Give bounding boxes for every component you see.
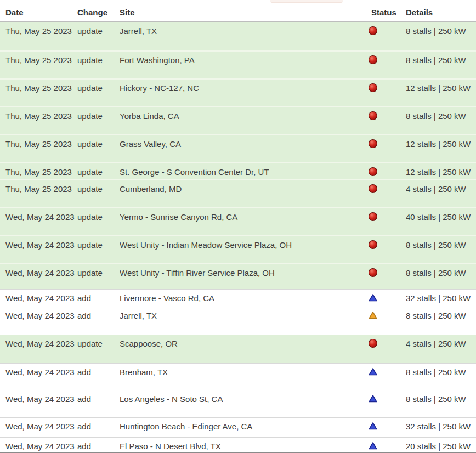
- row-change-type: add: [77, 422, 120, 431]
- status-blue-triangle-icon: [369, 394, 377, 403]
- row-site-name: West Unity - Indian Meadow Service Plaza…: [120, 240, 362, 250]
- changes-table-page: Date Change Site Status Details Thu, May…: [0, 0, 476, 453]
- row-details: 8 stalls | 250 kW: [406, 111, 476, 121]
- table-row[interactable]: Thu, May 25 2023 update Yorba Linda, CA …: [0, 106, 476, 134]
- row-date: Thu, May 25 2023: [5, 184, 77, 194]
- row-status: [369, 139, 377, 148]
- row-details: 12 stalls | 250 kW: [406, 83, 476, 93]
- row-status: [369, 311, 377, 320]
- table-row[interactable]: Wed, May 24 2023 add Jarrell, TX 8 stall…: [0, 307, 476, 335]
- table-row[interactable]: Thu, May 25 2023 update Grass Valley, CA…: [0, 134, 476, 162]
- row-date: Wed, May 24 2023: [5, 240, 77, 250]
- row-status: [369, 422, 377, 431]
- table-row[interactable]: Thu, May 25 2023 update Jarrell, TX 8 st…: [0, 22, 476, 50]
- row-site-name: Scappoose, OR: [120, 339, 362, 348]
- table-body: Thu, May 25 2023 update Jarrell, TX 8 st…: [0, 22, 476, 452]
- row-status: [369, 111, 377, 120]
- status-red-circle-icon: [369, 139, 377, 148]
- row-date: Wed, May 24 2023: [5, 422, 77, 431]
- row-date: Thu, May 25 2023: [5, 55, 77, 65]
- row-site-name: Yermo - Sunrise Canyon Rd, CA: [120, 212, 362, 222]
- row-site-name: St. George - S Convention Center Dr, UT: [120, 167, 362, 177]
- row-change-type: update: [77, 55, 120, 65]
- row-site-name: El Paso - N Desert Blvd, TX: [120, 441, 362, 451]
- status-red-circle-icon: [369, 26, 377, 35]
- row-change-type: update: [77, 212, 120, 222]
- row-change-type: add: [77, 367, 120, 377]
- row-site-name: Jarrell, TX: [120, 311, 362, 320]
- row-status: [369, 441, 377, 450]
- status-red-circle-icon: [369, 268, 377, 277]
- row-status: [369, 184, 377, 193]
- table-row[interactable]: Thu, May 25 2023 update St. George - S C…: [0, 162, 476, 179]
- row-change-type: update: [77, 83, 120, 93]
- row-details: 12 stalls | 250 kW: [406, 167, 476, 177]
- row-site-name: Fort Washington, PA: [120, 55, 362, 65]
- table-row[interactable]: Wed, May 24 2023 update West Unity - Ind…: [0, 235, 476, 263]
- column-header-status[interactable]: Status: [362, 8, 406, 17]
- status-red-circle-icon: [369, 184, 377, 193]
- row-change-type: add: [77, 394, 120, 404]
- table-row[interactable]: Wed, May 24 2023 add El Paso - N Desert …: [0, 437, 476, 452]
- row-date: Thu, May 25 2023: [5, 83, 77, 93]
- row-change-type: update: [77, 184, 120, 194]
- table-row[interactable]: Thu, May 25 2023 update Cumberland, MD 4…: [0, 179, 476, 207]
- row-change-type: update: [77, 268, 120, 278]
- table-row[interactable]: Wed, May 24 2023 add Livermore - Vasco R…: [0, 289, 476, 307]
- row-details: 12 stalls | 250 kW: [406, 139, 476, 149]
- row-date: Thu, May 25 2023: [5, 111, 77, 121]
- row-details: 8 stalls | 250 kW: [406, 367, 476, 377]
- row-date: Thu, May 25 2023: [5, 139, 77, 149]
- row-status: [369, 268, 377, 277]
- row-status: [369, 83, 377, 92]
- table-row[interactable]: Thu, May 25 2023 update Fort Washington,…: [0, 50, 476, 78]
- status-blue-triangle-icon: [369, 441, 377, 450]
- row-change-type: update: [77, 111, 120, 121]
- status-blue-triangle-icon: [369, 367, 377, 376]
- row-details: 8 stalls | 250 kW: [406, 26, 476, 36]
- column-header-date[interactable]: Date: [5, 8, 77, 17]
- status-blue-triangle-icon: [369, 293, 377, 302]
- column-header-details[interactable]: Details: [406, 8, 476, 17]
- row-change-type: add: [77, 441, 120, 451]
- changes-table: Date Change Site Status Details Thu, May…: [0, 0, 476, 452]
- row-details: 32 stalls | 250 kW: [406, 422, 476, 431]
- row-status: [369, 293, 377, 302]
- status-orange-triangle-icon: [369, 311, 377, 320]
- column-header-change[interactable]: Change: [77, 8, 120, 17]
- row-date: Wed, May 24 2023: [5, 311, 77, 320]
- row-change-type: update: [77, 167, 120, 177]
- table-header-row: Date Change Site Status Details: [0, 0, 476, 22]
- status-red-circle-icon: [369, 83, 377, 92]
- table-row[interactable]: Wed, May 24 2023 update West Unity - Tif…: [0, 263, 476, 289]
- row-status: [369, 212, 377, 221]
- status-red-circle-icon: [369, 339, 377, 348]
- row-date: Wed, May 24 2023: [5, 212, 77, 222]
- row-details: 40 stalls | 250 kW: [406, 212, 476, 222]
- status-red-circle-icon: [369, 240, 377, 249]
- table-row[interactable]: Thu, May 25 2023 update Hickory - NC-127…: [0, 78, 476, 106]
- row-change-type: update: [77, 139, 120, 149]
- table-row[interactable]: Wed, May 24 2023 add Los Angeles - N Sot…: [0, 390, 476, 417]
- row-change-type: update: [77, 339, 120, 348]
- row-details: 32 stalls | 250 kW: [406, 293, 476, 303]
- table-row[interactable]: Wed, May 24 2023 add Huntington Beach - …: [0, 417, 476, 437]
- row-change-type: update: [77, 240, 120, 250]
- status-blue-triangle-icon: [369, 422, 377, 431]
- row-site-name: Jarrell, TX: [120, 26, 362, 36]
- table-row[interactable]: Wed, May 24 2023 update Scappoose, OR 4 …: [0, 335, 476, 363]
- row-site-name: Huntington Beach - Edinger Ave, CA: [120, 422, 362, 431]
- row-date: Thu, May 25 2023: [5, 26, 77, 36]
- row-site-name: Brenham, TX: [120, 367, 362, 377]
- status-red-circle-icon: [369, 111, 377, 120]
- column-header-site[interactable]: Site: [120, 8, 362, 17]
- row-date: Wed, May 24 2023: [5, 268, 77, 278]
- row-details: 20 stalls | 250 kW: [406, 441, 476, 451]
- row-change-type: update: [77, 26, 120, 36]
- row-status: [369, 339, 377, 348]
- table-row[interactable]: Wed, May 24 2023 add Brenham, TX 8 stall…: [0, 363, 476, 390]
- row-details: 4 stalls | 250 kW: [406, 339, 476, 348]
- row-date: Wed, May 24 2023: [5, 441, 77, 451]
- row-date: Wed, May 24 2023: [5, 367, 77, 377]
- table-row[interactable]: Wed, May 24 2023 update Yermo - Sunrise …: [0, 207, 476, 235]
